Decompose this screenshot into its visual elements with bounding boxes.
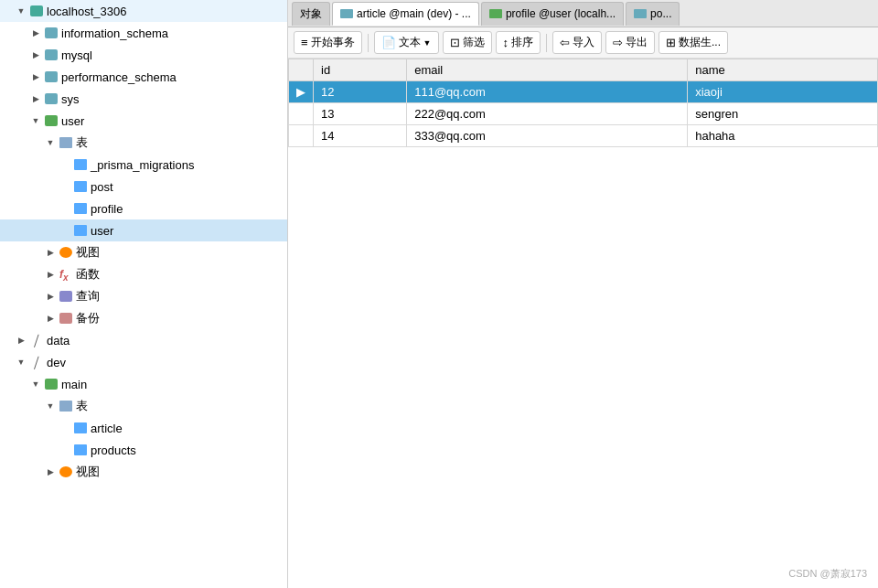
export-button[interactable]: ⇨ 导出 <box>605 31 655 54</box>
cell-id[interactable]: 12 <box>314 81 407 103</box>
datagen-button[interactable]: ⊞ 数据生... <box>658 31 728 54</box>
tab-profile[interactable]: profile @user (localh... <box>481 2 624 26</box>
export-icon: ⇨ <box>613 36 623 49</box>
toggle-views[interactable]: ▶ <box>44 246 57 259</box>
db-user-icon <box>44 113 59 128</box>
begin-tx-icon: ≡ <box>301 36 308 49</box>
col-pointer <box>289 59 314 81</box>
watermark: CSDN @萧寂173 <box>788 567 867 581</box>
table-article-icon <box>73 421 88 435</box>
cell-id[interactable]: 14 <box>314 125 407 147</box>
toggle-data[interactable]: ▶ <box>15 334 27 347</box>
text-button[interactable]: 📄 文本 ▼ <box>374 31 439 54</box>
begin-tx-button[interactable]: ≡ 开始事务 <box>294 31 362 54</box>
text-label: 文本 <box>399 35 421 50</box>
db-perf-label: performance_schema <box>61 70 177 84</box>
db-dev-icon: ⧸ <box>29 355 44 369</box>
db-mysql-label: mysql <box>61 48 92 62</box>
toggle-functions[interactable]: ▶ <box>44 268 57 281</box>
backup-icon <box>59 311 73 326</box>
cell-email[interactable]: 333@qq.com <box>407 125 688 147</box>
toggle-main[interactable]: ▼ <box>29 378 42 390</box>
sidebar-item-user-table[interactable]: ▶ user <box>0 219 287 241</box>
tab-object[interactable]: 对象 <box>292 2 330 26</box>
import-button[interactable]: ⇦ 导入 <box>552 31 602 54</box>
toggle-sys[interactable]: ▶ <box>29 92 42 105</box>
sidebar-item-sys[interactable]: ▶ sys <box>0 88 287 110</box>
row-pointer: ▶ <box>289 81 314 103</box>
toggle-backup[interactable]: ▶ <box>44 312 57 325</box>
db-data-icon: ⧸ <box>29 333 44 347</box>
toggle-perf[interactable]: ▶ <box>29 70 42 83</box>
views-label: 视图 <box>76 244 100 261</box>
sort-icon: ↕ <box>503 36 509 49</box>
queries-label: 查询 <box>76 288 100 305</box>
tab-po[interactable]: po... <box>626 2 680 26</box>
tab-article[interactable]: article @main (dev) - ... <box>332 2 479 26</box>
text-dropdown-icon[interactable]: ▼ <box>423 38 432 48</box>
sidebar-item-mysql[interactable]: ▶ mysql <box>0 44 287 66</box>
table-row[interactable]: ▶12111@qq.comxiaoji <box>289 81 878 103</box>
sidebar-item-server[interactable]: ▼ localhost_3306 <box>0 0 287 22</box>
tab-po-label: po... <box>650 7 671 20</box>
sidebar-item-perf-schema[interactable]: ▶ performance_schema <box>0 66 287 88</box>
tab-profile-icon <box>489 9 502 18</box>
sidebar-item-user-db[interactable]: ▼ user <box>0 110 287 132</box>
sidebar-item-queries[interactable]: ▶ 查询 <box>0 285 287 307</box>
table-post-label: post <box>91 180 113 194</box>
sidebar-item-article[interactable]: ▶ article <box>0 417 287 439</box>
db-label: information_schema <box>61 27 168 40</box>
toggle-info[interactable]: ▶ <box>29 27 42 39</box>
sidebar-item-information-schema[interactable]: ▶ information_schema <box>0 22 287 44</box>
sidebar-item-main-views[interactable]: ▶ 视图 <box>0 461 287 483</box>
cell-name[interactable]: xiaoji <box>688 81 878 103</box>
cell-name[interactable]: sengren <box>688 103 878 125</box>
sidebar-item-main-db[interactable]: ▼ main <box>0 373 287 395</box>
db-mysql-icon <box>44 48 59 62</box>
functions-icon: fx <box>59 267 73 282</box>
sidebar-item-backup[interactable]: ▶ 备份 <box>0 307 287 329</box>
datagen-icon: ⊞ <box>666 36 676 49</box>
sidebar-item-data-db[interactable]: ▶ ⧸ data <box>0 329 287 351</box>
table-row[interactable]: 13222@qq.comsengren <box>289 103 878 125</box>
sidebar-item-post[interactable]: ▶ post <box>0 176 287 198</box>
table-article-label: article <box>91 422 123 435</box>
cell-id[interactable]: 13 <box>314 103 407 125</box>
toggle-mysql[interactable]: ▶ <box>29 48 42 61</box>
cell-email[interactable]: 111@qq.com <box>407 81 688 103</box>
toggle-main-tables[interactable]: ▼ <box>44 400 57 412</box>
table-post-icon <box>73 179 88 194</box>
toggle-main-views[interactable]: ▶ <box>44 465 57 478</box>
db-data-label: data <box>47 334 70 347</box>
toggle-queries[interactable]: ▶ <box>44 290 57 303</box>
toggle-user-db[interactable]: ▼ <box>29 114 42 127</box>
sidebar-item-products[interactable]: ▶ products <box>0 439 287 461</box>
main-tables-label: 表 <box>76 398 88 414</box>
sidebar-item-tables-group[interactable]: ▼ 表 <box>0 132 287 154</box>
main-views-icon <box>59 465 73 479</box>
sidebar-item-views[interactable]: ▶ 视图 <box>0 241 287 263</box>
table-prisma-icon <box>73 157 88 172</box>
db-perf-icon <box>44 69 59 84</box>
col-id: id <box>314 59 407 81</box>
table-row[interactable]: 14333@qq.comhahaha <box>289 125 878 147</box>
import-icon: ⇦ <box>560 36 570 49</box>
sidebar: ▼ localhost_3306 ▶ information_schema ▶ … <box>0 0 288 588</box>
sidebar-item-functions[interactable]: ▶ fx 函数 <box>0 263 287 285</box>
table-user-label: user <box>91 224 113 238</box>
sort-button[interactable]: ↕ 排序 <box>496 31 541 54</box>
sidebar-item-dev-db[interactable]: ▼ ⧸ dev <box>0 351 287 373</box>
sidebar-item-prisma-migrations[interactable]: ▶ _prisma_migrations <box>0 154 287 176</box>
toggle-tables[interactable]: ▼ <box>44 136 57 149</box>
table-prisma-label: _prisma_migrations <box>91 158 194 172</box>
sidebar-item-main-tables-group[interactable]: ▼ 表 <box>0 395 287 417</box>
sidebar-item-profile[interactable]: ▶ profile <box>0 198 287 219</box>
row-pointer <box>289 103 314 125</box>
db-sys-label: sys <box>61 92 80 106</box>
divider-1 <box>368 34 369 52</box>
toggle-dev[interactable]: ▼ <box>15 356 27 369</box>
cell-email[interactable]: 222@qq.com <box>407 103 688 125</box>
cell-name[interactable]: hahaha <box>688 125 878 147</box>
filter-button[interactable]: ⊡ 筛选 <box>443 31 492 54</box>
toggle-server[interactable]: ▼ <box>15 5 27 17</box>
